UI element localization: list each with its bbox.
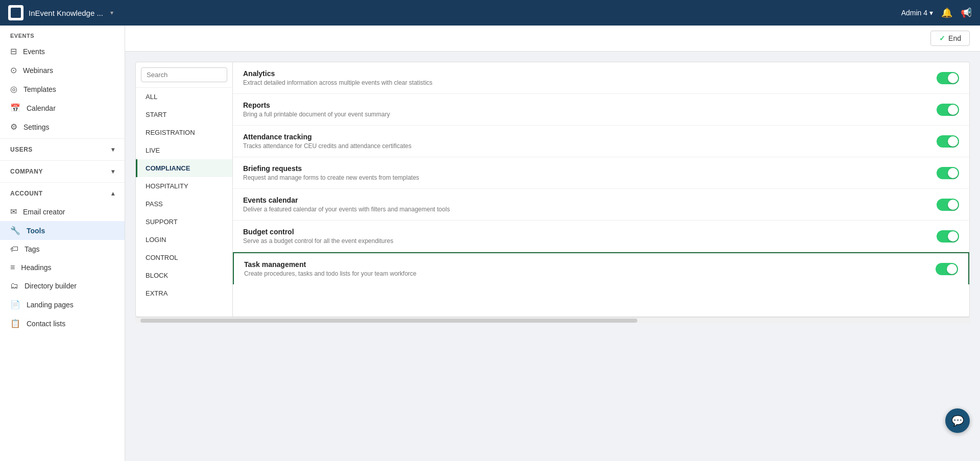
horizontal-scrollbar[interactable] xyxy=(135,317,970,323)
feature-info-events-calendar: Events calendar Deliver a featured calen… xyxy=(243,196,937,213)
webinars-icon: ⊙ xyxy=(10,65,17,75)
sidebar-item-tags[interactable]: 🏷 Tags xyxy=(0,240,125,258)
feature-row-budget-control: Budget control Serve as a budget control… xyxy=(233,221,969,252)
feature-name-analytics: Analytics xyxy=(243,69,937,78)
filter-item-control[interactable]: CONTROL xyxy=(136,249,232,266)
filter-item-support[interactable]: SUPPORT xyxy=(136,213,232,231)
end-check-icon: ✓ xyxy=(939,34,945,42)
feature-info-reports: Reports Bring a full printable document … xyxy=(243,101,937,118)
feature-desc-briefing: Request and manage forms to create new e… xyxy=(243,174,937,181)
feature-info-budget-control: Budget control Serve as a budget control… xyxy=(243,228,937,245)
feature-desc-reports: Bring a full printable document of your … xyxy=(243,111,937,118)
admin-menu[interactable]: Admin 4 ▾ xyxy=(901,9,933,17)
divider-1 xyxy=(0,138,125,139)
top-nav-left: InEvent Knowledge ... ▾ xyxy=(8,5,113,20)
divider-2 xyxy=(0,160,125,161)
feature-info-briefing: Briefing requests Request and manage for… xyxy=(243,164,937,181)
features-panel: ALL START REGISTRATION LIVE COMPLIANCE H… xyxy=(135,62,970,317)
notifications-icon[interactable]: 🔔 xyxy=(941,7,952,18)
filter-search-input[interactable] xyxy=(141,67,227,82)
feature-desc-budget-control: Serve as a budget control for all the ev… xyxy=(243,237,937,245)
filter-item-login[interactable]: LOGIN xyxy=(136,231,232,249)
feature-list: Analytics Extract detailed information a… xyxy=(233,62,969,317)
top-nav-right: Admin 4 ▾ 🔔 📢 xyxy=(901,7,972,18)
feature-desc-attendance: Tracks attendance for CEU credits and at… xyxy=(243,142,937,150)
landing-pages-icon: 📄 xyxy=(10,300,20,309)
filter-item-registration[interactable]: REGISTRATION xyxy=(136,124,232,141)
toggle-reports[interactable] xyxy=(937,104,959,116)
toggle-events-calendar[interactable] xyxy=(937,199,959,211)
sidebar-item-calendar[interactable]: 📅 Calendar xyxy=(0,99,125,117)
feature-name-task-management: Task management xyxy=(244,260,936,269)
feature-name-briefing: Briefing requests xyxy=(243,164,937,173)
filter-item-hospitality[interactable]: HOSPITALITY xyxy=(136,177,232,195)
main: ✓ End ALL START REGISTRATION LIVE COMPLI… xyxy=(125,26,980,461)
sidebar-item-landing-pages[interactable]: 📄 Landing pages xyxy=(0,295,125,314)
sidebar-item-email-creator[interactable]: ✉ Email creator xyxy=(0,202,125,221)
layout: EVENTS ⊟ Events ⊙ Webinars ◎ Templates 📅… xyxy=(0,26,980,461)
chat-button[interactable]: 💬 xyxy=(945,408,970,433)
feature-desc-analytics: Extract detailed information across mult… xyxy=(243,79,937,86)
megaphone-icon[interactable]: 📢 xyxy=(961,7,972,18)
feature-name-budget-control: Budget control xyxy=(243,228,937,236)
feature-row-reports: Reports Bring a full printable document … xyxy=(233,94,969,126)
filter-search-container xyxy=(136,62,232,88)
inevent-logo[interactable] xyxy=(8,5,23,20)
feature-name-events-calendar: Events calendar xyxy=(243,196,937,204)
templates-icon: ◎ xyxy=(10,84,17,94)
main-body: ALL START REGISTRATION LIVE COMPLIANCE H… xyxy=(125,52,980,461)
filter-item-pass[interactable]: PASS xyxy=(136,195,232,213)
users-section[interactable]: USERS ▾ xyxy=(0,141,125,158)
settings-icon: ⚙ xyxy=(10,122,17,132)
feature-desc-events-calendar: Deliver a featured calendar of your even… xyxy=(243,206,937,213)
app-title-chevron[interactable]: ▾ xyxy=(110,9,113,16)
feature-row-analytics: Analytics Extract detailed information a… xyxy=(233,62,969,94)
tools-icon: 🔧 xyxy=(10,226,20,235)
sidebar-item-templates[interactable]: ◎ Templates xyxy=(0,80,125,99)
sidebar: EVENTS ⊟ Events ⊙ Webinars ◎ Templates 📅… xyxy=(0,26,125,461)
sidebar-item-headings[interactable]: ≡ Headings xyxy=(0,258,125,277)
end-button[interactable]: ✓ End xyxy=(930,31,970,46)
filter-sidebar: ALL START REGISTRATION LIVE COMPLIANCE H… xyxy=(136,62,233,317)
toggle-task-management[interactable] xyxy=(936,263,958,275)
feature-row-briefing: Briefing requests Request and manage for… xyxy=(233,157,969,189)
filter-item-start[interactable]: START xyxy=(136,106,232,124)
scrollbar-thumb[interactable] xyxy=(140,319,637,323)
account-section[interactable]: ACCOUNT ▴ xyxy=(0,185,125,202)
feature-row-events-calendar: Events calendar Deliver a featured calen… xyxy=(233,189,969,221)
feature-desc-task-management: Create procedures, tasks and todo lists … xyxy=(244,270,936,277)
events-icon: ⊟ xyxy=(10,46,17,56)
feature-name-attendance: Attendance tracking xyxy=(243,133,937,141)
filter-item-compliance[interactable]: COMPLIANCE xyxy=(136,159,232,177)
feature-row-task-management: Task management Create procedures, tasks… xyxy=(233,252,969,284)
filter-item-live[interactable]: LIVE xyxy=(136,141,232,159)
sidebar-item-contact-lists[interactable]: 📋 Contact lists xyxy=(0,314,125,333)
filter-item-all[interactable]: ALL xyxy=(136,88,232,106)
toggle-attendance[interactable] xyxy=(937,135,959,148)
company-section[interactable]: COMPANY ▾ xyxy=(0,163,125,180)
sidebar-item-tools[interactable]: 🔧 Tools xyxy=(0,221,125,240)
email-creator-icon: ✉ xyxy=(10,207,17,216)
sidebar-item-settings[interactable]: ⚙ Settings xyxy=(0,117,125,136)
main-header: ✓ End xyxy=(125,26,980,52)
contact-lists-icon: 📋 xyxy=(10,319,20,328)
feature-info-task-management: Task management Create procedures, tasks… xyxy=(244,260,936,277)
tags-icon: 🏷 xyxy=(10,245,18,254)
toggle-budget-control[interactable] xyxy=(937,230,959,242)
app-title: InEvent Knowledge ... xyxy=(29,9,103,17)
events-section-label: EVENTS xyxy=(0,26,125,42)
toggle-briefing[interactable] xyxy=(937,167,959,179)
divider-3 xyxy=(0,182,125,183)
feature-info-attendance: Attendance tracking Tracks attendance fo… xyxy=(243,133,937,150)
sidebar-item-events[interactable]: ⊟ Events xyxy=(0,42,125,61)
chat-icon: 💬 xyxy=(951,415,964,427)
sidebar-item-directory-builder[interactable]: 🗂 Directory builder xyxy=(0,277,125,295)
directory-builder-icon: 🗂 xyxy=(10,281,18,290)
toggle-analytics[interactable] xyxy=(937,72,959,84)
filter-item-block[interactable]: BLOCK xyxy=(136,266,232,284)
filter-item-extra[interactable]: EXTRA xyxy=(136,284,232,302)
top-nav: InEvent Knowledge ... ▾ Admin 4 ▾ 🔔 📢 xyxy=(0,0,980,26)
calendar-icon: 📅 xyxy=(10,103,20,113)
sidebar-item-webinars[interactable]: ⊙ Webinars xyxy=(0,61,125,80)
feature-info-analytics: Analytics Extract detailed information a… xyxy=(243,69,937,86)
